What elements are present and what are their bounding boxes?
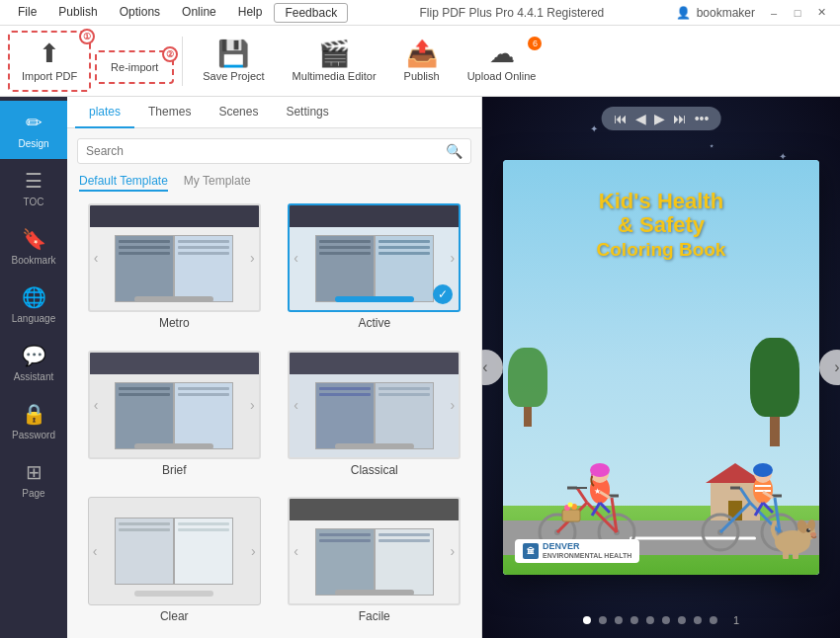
maximize-button[interactable]: □ (787, 4, 808, 22)
sidebar-item-design[interactable]: ✏ Design (0, 101, 67, 159)
nav-arrow-right-classical: › (451, 397, 456, 413)
page-dot-8[interactable] (694, 616, 702, 624)
tab-plates[interactable]: plates (75, 97, 134, 128)
multimedia-editor-button[interactable]: 🎬 Multimedia Editor (281, 31, 388, 92)
tree-trunk-right (770, 417, 780, 446)
playback-controls: ⏮ ◀ ▶ ⏭ ••• (602, 107, 721, 130)
ctrl-prev-start[interactable]: ⏮ (614, 111, 628, 126)
page-dot-1[interactable] (583, 616, 591, 624)
sidebar-item-password[interactable]: 🔒 Password (0, 392, 67, 450)
sidebar-item-language[interactable]: 🌐 Language (0, 276, 67, 334)
template-thumb-metro[interactable]: ‹ (88, 203, 261, 312)
template-clear[interactable]: ‹ (79, 497, 270, 634)
dog (765, 505, 819, 559)
tmpl-bar-classical (335, 443, 414, 449)
template-thumb-brief[interactable]: ‹ (88, 351, 261, 459)
book-spread-classical (315, 382, 434, 449)
password-icon: 🔒 (22, 402, 46, 426)
panel-tabs: plates Themes Scenes Settings (67, 97, 481, 128)
template-name-classical: Classical (351, 463, 398, 477)
search-icon: 🔍 (446, 143, 462, 159)
template-brief[interactable]: ‹ (79, 351, 270, 488)
app-title: Flip PDF Plus Pro 4.4.1 Registered (348, 6, 675, 20)
upload-online-button[interactable]: 6 ☁ Upload Online (456, 31, 548, 92)
save-label: Save Project (203, 70, 264, 82)
ctrl-menu[interactable]: ••• (695, 111, 710, 126)
subtab-default[interactable]: Default Template (79, 174, 168, 192)
publish-button[interactable]: 📤 Publish (392, 31, 452, 92)
tab-scenes[interactable]: Scenes (205, 97, 272, 128)
denver-icon: 🏛 (523, 543, 539, 559)
import-pdf-button[interactable]: ① ⬆ Import PDF (8, 31, 91, 92)
page-dot-2[interactable] (599, 616, 607, 624)
sidebar-item-toc[interactable]: ☰ TOC (0, 159, 67, 217)
svg-line-7 (577, 488, 587, 503)
page-dot-6[interactable] (662, 616, 670, 624)
page-dot-4[interactable] (630, 616, 638, 624)
toc-icon: ☰ (25, 169, 42, 193)
template-name-brief: Brief (162, 463, 187, 477)
feedback-button[interactable]: Feedback (274, 3, 348, 23)
book-prev-button[interactable]: ‹ (482, 350, 503, 385)
svg-rect-50 (783, 550, 789, 559)
svg-rect-19 (562, 510, 580, 521)
book-spread-brief (115, 382, 233, 449)
template-metro[interactable]: ‹ (79, 203, 270, 341)
book-spread-clear (115, 518, 233, 585)
page-icon: ⊞ (26, 460, 42, 484)
menu-help[interactable]: Help (228, 3, 273, 23)
save-project-button[interactable]: 💾 Save Project (191, 31, 276, 92)
menu-options[interactable]: Options (110, 3, 170, 23)
template-thumb-classical[interactable]: ‹ (288, 351, 461, 459)
sidebar-item-assistant[interactable]: 💬 Assistant (0, 334, 67, 392)
nav-arrow-left-metro: ‹ (94, 250, 99, 266)
sidebar-label-design: Design (18, 138, 48, 149)
svg-point-49 (810, 532, 816, 536)
ctrl-next[interactable]: ▶ (654, 111, 665, 126)
title-bar: File Publish Options Online Help Feedbac… (0, 0, 840, 26)
page-dot-5[interactable] (646, 616, 654, 624)
template-name-facile: Facile (359, 609, 390, 623)
page-dot-9[interactable] (710, 616, 717, 624)
templates-grid: ‹ (67, 199, 481, 638)
template-classical[interactable]: ‹ (280, 351, 470, 488)
book-container: ‹ Kid's Health & Safety Coloring Book (482, 160, 840, 575)
menu-online[interactable]: Online (172, 3, 226, 23)
svg-point-14 (590, 463, 610, 477)
bookmark-icon: 🔖 (22, 227, 46, 251)
search-input[interactable] (86, 144, 440, 158)
book-spread-metro (115, 235, 233, 302)
sidebar-item-bookmark[interactable]: 🔖 Bookmark (0, 217, 67, 276)
assistant-icon: 💬 (22, 344, 46, 367)
page-dot-7[interactable] (678, 616, 686, 624)
subtab-my[interactable]: My Template (184, 174, 251, 192)
template-name-active: Active (358, 316, 390, 330)
minimize-button[interactable]: – (763, 4, 785, 22)
close-button[interactable]: ✕ (810, 4, 832, 22)
design-icon: ✏ (26, 111, 42, 134)
tree-trunk-left (524, 407, 532, 427)
ctrl-prev[interactable]: ◀ (635, 111, 646, 126)
tab-settings[interactable]: Settings (272, 97, 342, 128)
template-thumb-active[interactable]: ‹ (288, 203, 461, 312)
sidebar-item-page[interactable]: ⊞ Page (0, 450, 67, 509)
page-dot-3[interactable] (615, 616, 623, 624)
book-next-button[interactable]: › (819, 350, 840, 385)
template-active[interactable]: ‹ (280, 203, 470, 341)
template-thumb-clear[interactable]: ‹ (88, 497, 261, 605)
tab-themes[interactable]: Themes (134, 97, 205, 128)
template-panel: plates Themes Scenes Settings 🔍 Default … (67, 97, 482, 638)
menu-file[interactable]: File (8, 3, 46, 23)
sidebar-label-assistant: Assistant (14, 371, 54, 382)
toolbar-separator-1 (182, 37, 183, 86)
book-title-line2: & Safety (597, 213, 726, 237)
nav-arrow-right-facile: › (451, 543, 456, 559)
reimport-button[interactable]: ② Re-import (95, 50, 174, 84)
menu-publish[interactable]: Publish (48, 3, 107, 23)
search-bar[interactable]: 🔍 (77, 138, 471, 164)
nav-arrow-right-brief: › (250, 397, 255, 413)
tmpl-bar-metro (134, 296, 213, 302)
template-thumb-facile[interactable]: ‹ (288, 497, 461, 605)
template-facile[interactable]: ‹ (280, 497, 470, 634)
ctrl-next-end[interactable]: ⏭ (673, 111, 687, 126)
